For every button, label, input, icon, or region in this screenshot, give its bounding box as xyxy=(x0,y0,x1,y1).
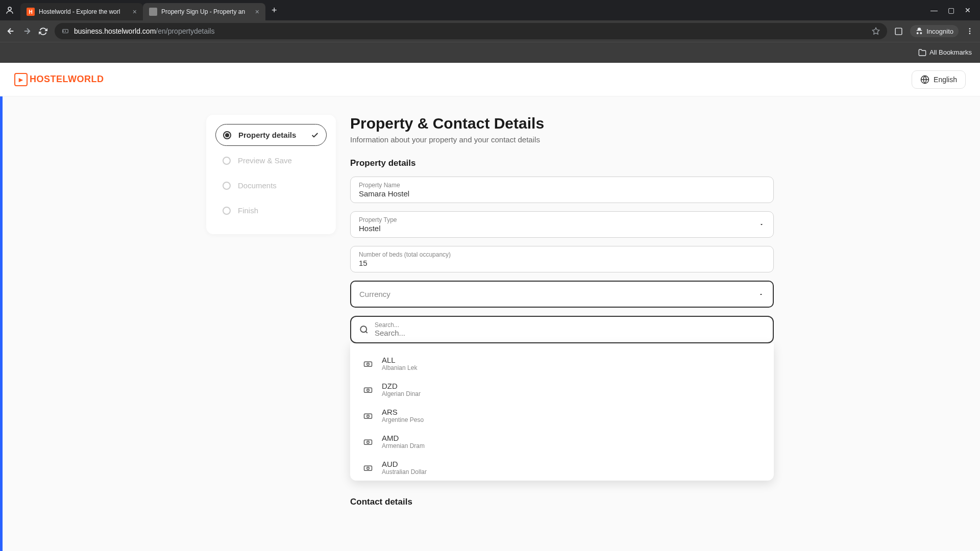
svg-rect-21 xyxy=(364,466,372,470)
bookmarks-bar: All Bookmarks xyxy=(0,42,980,62)
option-code: ARS xyxy=(382,408,424,416)
option-name: Armenian Dram xyxy=(382,442,425,449)
minimize-icon[interactable]: — xyxy=(930,6,938,14)
tab-title: Property Sign Up - Property an xyxy=(161,8,251,15)
option-code: ALL xyxy=(382,356,417,364)
svg-point-7 xyxy=(969,31,971,32)
currency-icon xyxy=(363,463,373,472)
property-type-field[interactable]: Property Type Hostel xyxy=(350,211,774,238)
address-bar: business.hostelworld.com/en/propertydeta… xyxy=(0,20,980,42)
globe-icon xyxy=(920,75,929,84)
step-finish[interactable]: Finish xyxy=(215,200,327,221)
svg-point-1 xyxy=(63,31,63,31)
currency-icon xyxy=(363,437,373,446)
step-label: Documents xyxy=(238,181,320,190)
folder-icon xyxy=(918,48,926,57)
svg-point-14 xyxy=(367,363,370,365)
site-info-icon[interactable] xyxy=(62,28,69,35)
currency-dropdown: ALLAlbanian Lek DZDAlgerian Dinar ARSArg… xyxy=(350,343,774,481)
option-name: Algerian Dinar xyxy=(382,390,421,397)
bookmark-star-icon[interactable] xyxy=(872,27,880,35)
field-value: Hostel xyxy=(359,224,765,233)
page-content: ▸ HOSTELWORLD English Property details xyxy=(0,63,980,551)
step-label: Property details xyxy=(238,131,304,139)
currency-option-aud[interactable]: AUDAustralian Dollar xyxy=(350,455,774,481)
tab-favicon-icon xyxy=(149,8,157,16)
hostelworld-logo[interactable]: ▸ HOSTELWORLD xyxy=(14,73,104,86)
currency-option-dzd[interactable]: DZDAlgerian Dinar xyxy=(350,377,774,403)
incognito-badge[interactable]: Incognito xyxy=(910,25,959,37)
svg-rect-15 xyxy=(364,388,372,392)
reload-button[interactable] xyxy=(39,27,47,36)
check-icon xyxy=(311,131,319,139)
step-label: Finish xyxy=(238,206,320,215)
svg-marker-4 xyxy=(873,28,879,34)
close-icon[interactable]: × xyxy=(255,8,259,16)
window-controls: — ▢ ✕ xyxy=(930,6,975,14)
svg-point-18 xyxy=(367,415,370,417)
option-code: DZD xyxy=(382,382,421,390)
step-documents[interactable]: Documents xyxy=(215,175,327,196)
property-name-field[interactable]: Property Name Samara Hostel xyxy=(350,177,774,203)
svg-point-0 xyxy=(8,7,11,10)
svg-point-8 xyxy=(969,33,971,34)
tab-favicon-icon: H xyxy=(27,8,35,16)
site-header: ▸ HOSTELWORLD English xyxy=(0,63,980,96)
language-button[interactable]: English xyxy=(912,70,966,89)
currency-option-ars[interactable]: ARSArgentine Peso xyxy=(350,403,774,429)
tab-title: Hostelworld - Explore the worl xyxy=(39,8,129,15)
incognito-icon xyxy=(915,27,923,35)
currency-field[interactable]: Currency xyxy=(350,281,774,308)
close-icon[interactable]: × xyxy=(133,8,137,16)
profile-icon[interactable] xyxy=(5,6,14,15)
close-window-icon[interactable]: ✕ xyxy=(965,6,971,14)
field-value: Samara Hostel xyxy=(359,189,765,198)
all-bookmarks-button[interactable]: All Bookmarks xyxy=(918,48,972,57)
svg-rect-5 xyxy=(895,28,902,35)
extensions-icon[interactable] xyxy=(894,27,903,36)
url-input[interactable]: business.hostelworld.com/en/propertydeta… xyxy=(55,23,887,39)
beds-field[interactable]: Number of beds (total occupancy) 15 xyxy=(350,246,774,272)
svg-point-20 xyxy=(367,441,370,443)
currency-icon xyxy=(363,411,373,420)
svg-point-22 xyxy=(367,467,370,469)
option-name: Albanian Lek xyxy=(382,364,417,371)
option-code: AUD xyxy=(382,460,427,468)
step-preview-save[interactable]: Preview & Save xyxy=(215,150,327,171)
svg-point-11 xyxy=(360,326,366,332)
section-contact-details: Contact details xyxy=(350,497,774,507)
maximize-icon[interactable]: ▢ xyxy=(948,6,954,14)
new-tab-button[interactable]: + xyxy=(265,5,283,16)
browser-chrome: H Hostelworld - Explore the worl × Prope… xyxy=(0,0,980,63)
currency-icon xyxy=(363,359,373,368)
logo-icon: ▸ xyxy=(14,73,28,86)
field-label: Property Type xyxy=(359,216,765,223)
svg-line-12 xyxy=(365,331,367,333)
incognito-label: Incognito xyxy=(926,28,953,35)
radio-empty-icon xyxy=(223,207,231,215)
step-property-details[interactable]: Property details xyxy=(215,124,327,146)
section-property-details: Property details xyxy=(350,158,774,168)
forward-button[interactable] xyxy=(22,27,32,36)
back-button[interactable] xyxy=(6,27,15,36)
main-form: Property & Contact Details Information a… xyxy=(350,115,774,515)
chevron-up-icon xyxy=(758,292,764,297)
page-title: Property & Contact Details xyxy=(350,115,774,132)
search-input[interactable] xyxy=(375,329,765,337)
currency-option-all[interactable]: ALLAlbanian Lek xyxy=(350,350,774,377)
option-name: Australian Dollar xyxy=(382,468,427,475)
menu-icon[interactable] xyxy=(966,27,974,35)
progress-edge xyxy=(0,96,3,551)
svg-rect-17 xyxy=(364,414,372,418)
step-label: Preview & Save xyxy=(238,156,320,165)
search-icon xyxy=(359,325,369,334)
tab-hostelworld[interactable]: H Hostelworld - Explore the worl × xyxy=(20,3,143,20)
logo-text: HOSTELWORLD xyxy=(30,74,104,85)
field-label: Currency xyxy=(359,290,765,298)
tab-property-signup[interactable]: Property Sign Up - Property an × xyxy=(143,3,265,20)
currency-search-box[interactable]: Search... xyxy=(350,316,774,343)
page-subtitle: Information about your property and your… xyxy=(350,135,774,144)
radio-empty-icon xyxy=(223,157,231,165)
currency-option-amd[interactable]: AMDArmenian Dram xyxy=(350,429,774,455)
svg-point-16 xyxy=(367,389,370,391)
